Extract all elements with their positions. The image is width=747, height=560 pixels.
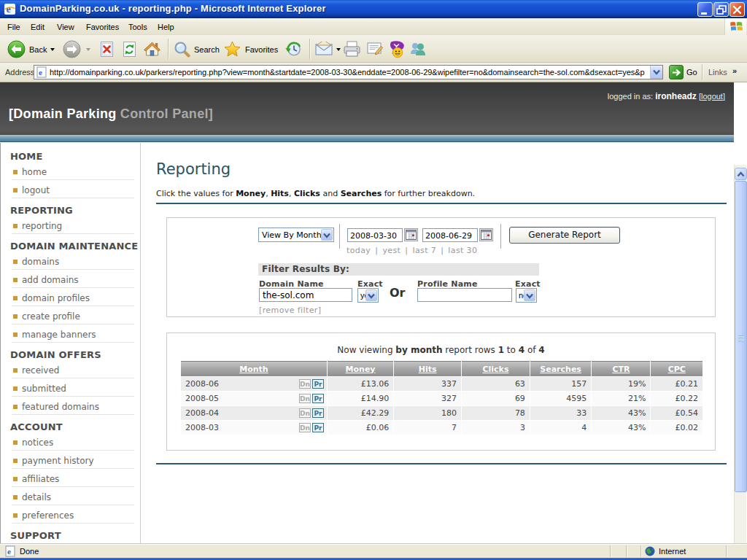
- money-cell[interactable]: £42.29: [328, 406, 393, 420]
- menu-help[interactable]: Help: [156, 21, 176, 33]
- close-button[interactable]: [729, 2, 745, 17]
- edit-button[interactable]: [366, 42, 384, 57]
- menu-view[interactable]: View: [55, 21, 76, 33]
- searches-cell[interactable]: 157: [530, 377, 591, 391]
- remove-filter-link[interactable]: [remove filter]: [259, 306, 321, 315]
- pr-badge[interactable]: Pr: [312, 379, 324, 389]
- back-button[interactable]: Back: [7, 40, 55, 58]
- scroll-up-button[interactable]: [735, 168, 747, 180]
- address-dropdown-button[interactable]: [650, 66, 662, 79]
- dn-badge[interactable]: Dn: [299, 379, 311, 389]
- menu-tools[interactable]: Tools: [127, 21, 149, 33]
- sidebar-item-domain-profiles[interactable]: domain profiles: [12, 288, 134, 306]
- sidebar-item-payment-history[interactable]: payment history: [12, 451, 134, 469]
- menu-file[interactable]: File: [6, 21, 22, 33]
- pr-badge[interactable]: Pr: [312, 394, 324, 403]
- sidebar-item-logout[interactable]: logout: [12, 180, 134, 198]
- searches-cell[interactable]: 33: [530, 406, 591, 420]
- column-clicks[interactable]: Clicks: [462, 361, 530, 376]
- start-date-calendar-button[interactable]: [404, 228, 418, 241]
- search-button[interactable]: Search: [174, 41, 220, 58]
- domain-exact-select[interactable]: ye: [357, 288, 379, 303]
- forward-dropdown-caret[interactable]: [86, 48, 90, 51]
- end-date-calendar-button[interactable]: [479, 228, 493, 241]
- quick-link-last7[interactable]: last 7: [412, 246, 436, 255]
- favorites-button[interactable]: Favorites: [223, 40, 278, 58]
- sidebar-item-manage-banners[interactable]: manage banners: [12, 324, 134, 343]
- edit-icon: [366, 42, 384, 57]
- column-money[interactable]: Money: [328, 361, 393, 376]
- searches-cell[interactable]: 4: [530, 421, 591, 435]
- sidebar-item-add-domains[interactable]: add domains: [12, 270, 134, 288]
- profile-exact-select[interactable]: no: [516, 288, 537, 303]
- browser-window: e DomainParking.co.uk - reporting.php - …: [0, 0, 747, 560]
- forward-button[interactable]: [63, 40, 90, 58]
- vertical-scrollbar[interactable]: [734, 165, 746, 560]
- pr-badge[interactable]: Pr: [312, 423, 324, 432]
- column-month[interactable]: Month: [181, 361, 327, 376]
- profile-name-input[interactable]: [417, 288, 512, 302]
- sidebar-item-notices[interactable]: notices: [12, 432, 134, 451]
- generate-report-button[interactable]: Generate Report: [509, 227, 620, 244]
- sidebar-item-domains[interactable]: domains: [12, 252, 134, 270]
- quick-link-last30[interactable]: last 30: [448, 246, 477, 255]
- clicks-cell[interactable]: 78: [462, 406, 530, 420]
- hits-cell[interactable]: 327: [394, 392, 461, 405]
- money-cell[interactable]: £0.06: [328, 421, 393, 435]
- menu-edit[interactable]: Edit: [29, 21, 46, 33]
- logout-link[interactable]: logout: [701, 92, 723, 101]
- view-by-select[interactable]: View By Month: [258, 228, 334, 242]
- address-input[interactable]: e http://domainparking.co.uk/parkers/rep…: [34, 65, 663, 79]
- money-cell[interactable]: £14.90: [328, 392, 393, 405]
- sidebar-item-submitted[interactable]: submitted: [12, 378, 134, 397]
- clicks-cell[interactable]: 3: [462, 421, 530, 435]
- column-hits[interactable]: Hits: [394, 361, 461, 376]
- minimize-button[interactable]: [697, 2, 713, 17]
- sidebar-item-create-profile[interactable]: create profile: [12, 306, 134, 324]
- refresh-button[interactable]: [121, 41, 138, 58]
- scrollbar-thumb[interactable]: [735, 181, 747, 492]
- quick-link-today[interactable]: today: [347, 246, 371, 255]
- history-button[interactable]: [285, 40, 303, 58]
- links-chevron-icon[interactable]: »: [732, 66, 736, 75]
- sidebar-item-received[interactable]: received: [12, 360, 134, 378]
- sidebar-item-details[interactable]: details: [12, 487, 134, 505]
- stop-button[interactable]: [98, 41, 115, 58]
- dn-badge[interactable]: Dn: [299, 423, 311, 432]
- messenger-button[interactable]: [409, 41, 427, 58]
- links-label[interactable]: Links: [708, 68, 727, 77]
- dn-badge[interactable]: Dn: [299, 408, 311, 418]
- hits-cell[interactable]: 337: [394, 377, 461, 391]
- searches-cell[interactable]: 4595: [530, 392, 591, 405]
- go-label[interactable]: Go: [686, 68, 697, 77]
- sidebar-item-reporting[interactable]: reporting: [12, 216, 134, 234]
- column-searches[interactable]: Searches: [530, 361, 591, 376]
- hits-cell[interactable]: 180: [394, 406, 461, 420]
- mail-dropdown-caret[interactable]: [336, 48, 341, 51]
- go-button[interactable]: [669, 65, 684, 79]
- sidebar-item-affiliates[interactable]: affiliates: [12, 469, 134, 487]
- end-date-input[interactable]: 2008-06-29: [422, 228, 478, 242]
- dn-badge[interactable]: Dn: [299, 394, 311, 403]
- column-ctr[interactable]: CTR: [592, 361, 650, 376]
- sidebar-item-preferences[interactable]: preferences: [12, 505, 134, 524]
- clicks-cell[interactable]: 69: [462, 392, 530, 405]
- restore-button[interactable]: [713, 2, 729, 17]
- money-cell[interactable]: £13.06: [328, 377, 393, 391]
- column-cpc[interactable]: CPC: [651, 361, 703, 376]
- hits-cell[interactable]: 7: [394, 421, 461, 435]
- start-date-input[interactable]: 2008-03-30: [347, 228, 403, 242]
- home-button[interactable]: [143, 40, 161, 58]
- clicks-cell[interactable]: 63: [462, 377, 530, 391]
- print-button[interactable]: [343, 41, 361, 58]
- domain-name-input[interactable]: the-sol.com: [259, 288, 352, 302]
- mail-button[interactable]: [315, 42, 341, 57]
- pr-badge[interactable]: Pr: [312, 408, 324, 418]
- quick-link-yest[interactable]: yest: [382, 246, 400, 255]
- sidebar-item-featured-domains[interactable]: featured domains: [12, 397, 134, 415]
- yahoo-messenger-button[interactable]: [388, 41, 406, 58]
- menu-favorites[interactable]: Favorites: [85, 21, 120, 33]
- sidebar-item-home[interactable]: home: [12, 162, 134, 180]
- browser-viewport: logged in as: ironheadz [logout] [Domain…: [0, 82, 747, 543]
- back-dropdown-caret[interactable]: [50, 48, 55, 51]
